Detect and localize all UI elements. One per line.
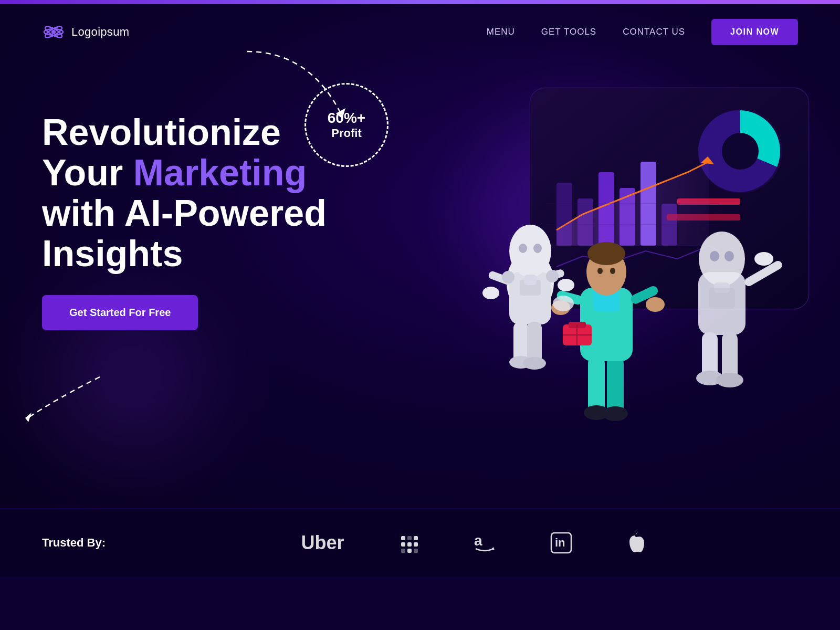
logo-area[interactable]: Logoipsum [42, 20, 129, 44]
svg-rect-78 [414, 542, 418, 547]
profit-percent: 60%+ [328, 110, 365, 127]
nav-get-tools[interactable]: GET TOOLS [541, 27, 596, 37]
svg-point-35 [523, 357, 546, 370]
heading-line2: Your [42, 152, 133, 193]
svg-marker-5 [25, 413, 32, 422]
nav-menu[interactable]: MENU [487, 27, 515, 37]
heading-highlight: Marketing [133, 152, 307, 193]
hero-heading: Revolutionize Your Marketing with AI-Pow… [42, 112, 336, 274]
cta-get-started-button[interactable]: Get Started For Free [42, 295, 198, 330]
svg-rect-40 [588, 356, 605, 414]
heading-line4: Insights [42, 233, 183, 274]
navigation: MENU GET TOOLS CONTACT US JOIN NOW [487, 19, 798, 45]
svg-rect-41 [607, 356, 624, 414]
svg-rect-72 [401, 542, 405, 547]
hero-section: Logoipsum MENU GET TOOLS CONTACT US JOIN… [0, 4, 840, 508]
profit-badge: 60%+ Profit [304, 83, 388, 167]
svg-rect-79 [414, 549, 418, 553]
svg-text:in: in [555, 536, 565, 549]
svg-rect-75 [407, 542, 412, 547]
hero-content: Revolutionize Your Marketing with AI-Pow… [0, 60, 840, 330]
uber-logo: Uber [301, 532, 344, 554]
linkedin-logo: in [550, 532, 572, 554]
amazon-logo: a [471, 532, 498, 554]
trusted-by-section: Trusted By: Uber a [0, 508, 840, 576]
header: Logoipsum MENU GET TOOLS CONTACT US JOIN… [0, 4, 840, 60]
top-accent-bar [0, 0, 840, 4]
svg-rect-76 [407, 549, 412, 553]
svg-point-69 [716, 373, 743, 387]
svg-rect-71 [401, 536, 405, 540]
profit-label: Profit [331, 127, 361, 140]
join-now-button[interactable]: JOIN NOW [711, 19, 798, 45]
svg-point-3 [51, 30, 56, 34]
logo-text: Logoipsum [71, 25, 129, 39]
svg-point-43 [603, 406, 628, 421]
logo-icon [42, 20, 65, 44]
dashed-arrow-bottom-left [16, 372, 110, 424]
svg-rect-74 [407, 536, 412, 540]
trusted-logos: Uber a [148, 531, 798, 554]
nav-contact-us[interactable]: CONTACT US [623, 27, 685, 37]
svg-rect-73 [401, 549, 405, 553]
slack-logo [397, 532, 419, 554]
trusted-label: Trusted By: [42, 536, 106, 550]
svg-text:a: a [474, 532, 482, 549]
svg-rect-77 [414, 536, 418, 540]
apple-logo [625, 531, 645, 554]
heading-line3: with AI-Powered [42, 193, 327, 234]
